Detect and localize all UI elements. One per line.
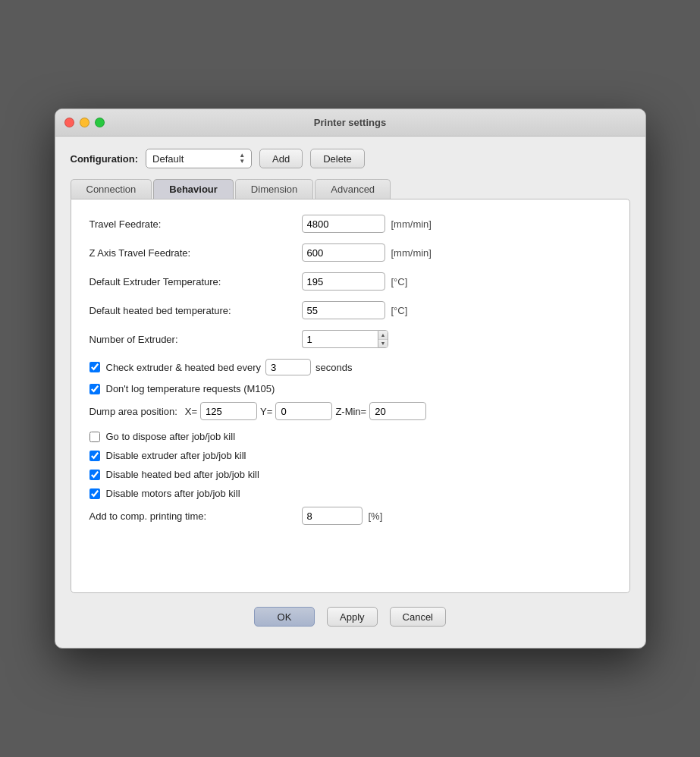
z-axis-label: Z Axis Travel Feedrate:: [89, 247, 302, 259]
minimize-button[interactable]: [80, 118, 89, 127]
z-axis-row: Z Axis Travel Feedrate: [mm/min]: [89, 243, 611, 262]
bed-temp-label: Default heated bed temperature:: [89, 305, 302, 316]
comp-time-label: Add to comp. printing time:: [89, 510, 302, 522]
extruder-temp-input[interactable]: [302, 272, 385, 291]
disable-motors-row: Disable motors after job/job kill: [89, 488, 611, 499]
config-label: Configuration:: [71, 153, 139, 165]
maximize-button[interactable]: [95, 118, 105, 127]
disable-motors-label: Disable motors after job/job kill: [106, 488, 240, 499]
disable-extruder-checkbox[interactable]: [89, 451, 100, 461]
disable-bed-row: Disable heated bed after job/job kill: [89, 469, 611, 480]
num-extruder-spinner: ▲ ▼: [302, 330, 389, 348]
no-log-checkbox[interactable]: [89, 384, 100, 394]
check-extruder-checkbox[interactable]: [89, 362, 100, 372]
comp-time-row: Add to comp. printing time: [%]: [89, 507, 611, 525]
config-row: Configuration: Default ▲ ▼ Add Delete: [71, 149, 630, 168]
extruder-temp-label: Default Extruder Temperature:: [89, 276, 302, 287]
extruder-temp-row: Default Extruder Temperature: [°C]: [89, 272, 611, 291]
tab-connection[interactable]: Connection: [71, 179, 152, 199]
apply-button[interactable]: Apply: [327, 607, 378, 627]
z-axis-unit: [mm/min]: [391, 247, 432, 259]
dump-area-row: Dump area position: X= Y= Z-Min=: [89, 402, 611, 420]
config-dropdown[interactable]: Default ▲ ▼: [146, 149, 252, 168]
tabs: Connection Behaviour Dimension Advanced: [71, 179, 630, 199]
travel-feedrate-unit: [mm/min]: [391, 218, 432, 230]
bed-temp-unit: [°C]: [391, 305, 408, 316]
ok-button[interactable]: OK: [254, 607, 315, 627]
comp-time-input[interactable]: [302, 507, 363, 525]
bed-temp-row: Default heated bed temperature: [°C]: [89, 301, 611, 319]
config-arrows: ▲ ▼: [239, 152, 245, 165]
num-extruder-input[interactable]: [302, 330, 378, 348]
tab-behaviour[interactable]: Behaviour: [153, 179, 234, 199]
bed-temp-input[interactable]: [302, 301, 385, 319]
add-button[interactable]: Add: [259, 149, 303, 168]
delete-button[interactable]: Delete: [310, 149, 365, 168]
behaviour-panel: Travel Feedrate: [mm/min] Z Axis Travel …: [71, 199, 630, 593]
disable-motors-checkbox[interactable]: [89, 488, 100, 499]
disable-bed-label: Disable heated bed after job/job kill: [106, 469, 259, 480]
dump-area-label: Dump area position:: [89, 406, 177, 417]
window-title: Printer settings: [314, 117, 386, 128]
window-body: Configuration: Default ▲ ▼ Add Delete Co…: [55, 137, 645, 648]
disable-extruder-row: Disable extruder after job/job kill: [89, 450, 611, 461]
go-dispose-checkbox[interactable]: [89, 432, 100, 442]
titlebar: Printer settings: [55, 109, 645, 137]
check-extruder-label-post: seconds: [315, 362, 352, 373]
disable-bed-checkbox[interactable]: [89, 470, 100, 480]
travel-feedrate-row: Travel Feedrate: [mm/min]: [89, 215, 611, 233]
no-log-label: Don't log temperature requests (M105): [106, 383, 275, 394]
dump-y-label: Y=: [260, 406, 272, 417]
check-extruder-seconds-input[interactable]: [265, 359, 311, 375]
config-value: Default: [152, 153, 184, 165]
travel-feedrate-label: Travel Feedrate:: [89, 218, 302, 230]
go-dispose-row: Go to dispose after job/job kill: [89, 431, 611, 442]
spinner-down-arrow[interactable]: ▼: [378, 340, 388, 348]
cancel-button[interactable]: Cancel: [390, 607, 446, 627]
window-controls: [64, 118, 105, 127]
comp-time-unit: [%]: [369, 510, 383, 522]
extruder-temp-unit: [°C]: [391, 276, 408, 287]
num-extruder-row: Number of Extruder: ▲ ▼: [89, 330, 611, 348]
dump-z-input[interactable]: [369, 402, 426, 420]
disable-extruder-label: Disable extruder after job/job kill: [106, 450, 246, 461]
bottom-bar: OK Apply Cancel: [71, 593, 630, 633]
num-extruder-label: Number of Extruder:: [89, 334, 302, 345]
check-extruder-label-pre: Check extruder & heated bed every: [106, 362, 262, 373]
tab-advanced[interactable]: Advanced: [315, 179, 391, 199]
spinner-arrows[interactable]: ▲ ▼: [378, 330, 389, 348]
travel-feedrate-input[interactable]: [302, 215, 385, 233]
dump-x-input[interactable]: [200, 402, 257, 420]
dump-x-label: X=: [185, 406, 197, 417]
dump-z-label: Z-Min=: [335, 406, 366, 417]
check-extruder-row: Check extruder & heated bed every second…: [89, 359, 611, 375]
close-button[interactable]: [64, 118, 74, 127]
no-log-row: Don't log temperature requests (M105): [89, 383, 611, 394]
printer-settings-window: Printer settings Configuration: Default …: [55, 108, 646, 649]
go-dispose-label: Go to dispose after job/job kill: [106, 431, 236, 442]
z-axis-input[interactable]: [302, 243, 385, 262]
spinner-up-arrow[interactable]: ▲: [378, 331, 388, 340]
tab-dimension[interactable]: Dimension: [235, 179, 313, 199]
dump-y-input[interactable]: [275, 402, 332, 420]
